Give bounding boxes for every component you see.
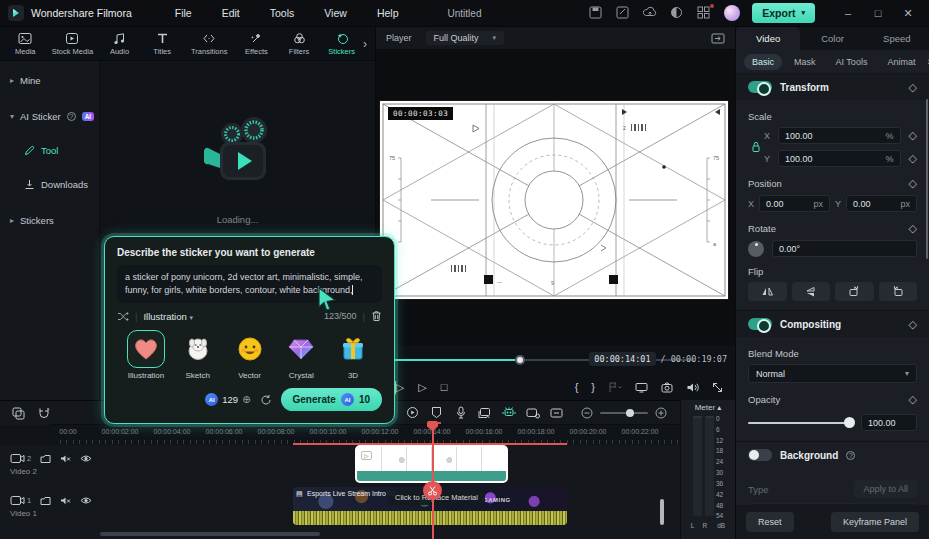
tab-filters[interactable]: Filters	[278, 32, 321, 56]
menu-item[interactable]: Tools	[255, 7, 310, 19]
save-icon[interactable]	[589, 6, 604, 21]
screen-record-icon[interactable]	[525, 405, 540, 420]
refresh-icon[interactable]	[260, 394, 272, 406]
cloud-upload-icon[interactable]	[643, 6, 658, 21]
voiceover-mic-icon[interactable]	[453, 405, 468, 420]
keyframe-icon[interactable]: ◇	[909, 152, 917, 165]
mirror-display-icon[interactable]	[635, 382, 648, 393]
fullscreen-icon[interactable]	[712, 382, 723, 393]
sidebar-item-ai-sticker[interactable]: ▾ AI Sticker ? AI	[0, 103, 99, 129]
menu-item[interactable]: View	[309, 7, 362, 19]
menu-item[interactable]: Edit	[207, 7, 255, 19]
keyframe-icon[interactable]: ◇	[909, 318, 917, 331]
trash-icon[interactable]	[371, 310, 382, 322]
mark-in-icon[interactable]: {	[575, 381, 579, 393]
style-option-3d[interactable]: 3D	[328, 330, 378, 380]
track-mute-icon[interactable]	[60, 454, 71, 464]
close-button[interactable]: ✕	[895, 7, 921, 20]
generate-button[interactable]: Generate AI 10	[281, 388, 382, 411]
timeline-ruler[interactable]: 00:0000:00:02:0000:00:04:0000:00:06:0000…	[0, 425, 735, 445]
style-option-sketch[interactable]: Sketch	[173, 330, 223, 380]
marker-flag-icon[interactable]	[608, 382, 622, 393]
prompt-textarea[interactable]: a sticker of pony unicorn, 2d vector art…	[117, 265, 382, 303]
tab-audio[interactable]: Audio	[98, 32, 141, 56]
sidebar-item-downloads[interactable]: Downloads	[0, 171, 99, 197]
tab-color[interactable]: Color	[800, 27, 864, 50]
keyframe-icon[interactable]: ◇	[909, 177, 917, 190]
position-y-input[interactable]: 0.00px	[846, 195, 917, 212]
detach-window-icon[interactable]	[711, 33, 725, 44]
rotate-cw-button[interactable]	[835, 282, 874, 301]
style-option-vector[interactable]: Vector	[225, 330, 275, 380]
rotate-input[interactable]: 0.00°	[772, 240, 917, 257]
manage-tracks-icon[interactable]	[12, 407, 25, 420]
magnet-icon[interactable]	[38, 407, 50, 420]
tab-effects[interactable]: Effects	[235, 32, 278, 56]
save-as-icon[interactable]	[616, 6, 631, 21]
sidebar-item-mine[interactable]: ▸ Mine	[0, 67, 99, 93]
opacity-slider[interactable]	[748, 422, 853, 424]
tab-video[interactable]: Video	[736, 27, 800, 50]
maximize-button[interactable]: □	[865, 7, 891, 19]
style-dropdown[interactable]: Illustration ▾	[143, 311, 192, 322]
apply-to-all-button[interactable]: Apply to All	[854, 480, 917, 498]
track-lock-icon[interactable]	[40, 454, 51, 464]
menu-item[interactable]: Help	[362, 7, 414, 19]
seek-handle[interactable]	[515, 355, 525, 365]
mark-out-icon[interactable]: }	[591, 381, 595, 393]
scale-x-input[interactable]: 100.00%	[778, 127, 901, 144]
minimize-button[interactable]: –	[835, 7, 861, 19]
subtab-mask[interactable]: Mask	[786, 54, 824, 70]
position-x-input[interactable]: 0.00px	[759, 195, 830, 212]
sidebar-item-stickers[interactable]: ▸ Stickers	[0, 207, 99, 233]
timeline-zoom-slider[interactable]	[600, 412, 648, 414]
tab-stock-media[interactable]: Stock Media	[47, 32, 99, 56]
keyframe-icon[interactable]: ◇	[909, 222, 917, 235]
style-option-illustration[interactable]: Illustration	[121, 330, 171, 380]
track-visibility-icon[interactable]	[80, 454, 92, 463]
background-toggle[interactable]	[748, 449, 772, 461]
split-scissors-button[interactable]	[423, 481, 442, 500]
tab-titles[interactable]: Titles	[141, 32, 184, 56]
track-visibility-icon[interactable]	[80, 496, 92, 505]
timeline-vertical-scrollbar[interactable]	[660, 499, 664, 525]
scale-y-input[interactable]: 100.00%	[778, 150, 901, 167]
stop-icon[interactable]: □	[441, 381, 448, 393]
zoom-out-icon[interactable]	[581, 407, 593, 419]
tab-media[interactable]: Media	[4, 32, 47, 56]
tab-speed[interactable]: Speed	[865, 27, 929, 50]
subtab-animation[interactable]: Animat	[879, 54, 923, 70]
subtab-basic[interactable]: Basic	[744, 54, 782, 70]
style-option-crystal[interactable]: Crystal	[276, 330, 326, 380]
user-avatar[interactable]	[724, 5, 740, 21]
track-lock-icon[interactable]	[40, 496, 51, 506]
sidebar-item-tool[interactable]: Tool	[0, 137, 99, 163]
compositing-toggle[interactable]	[748, 318, 772, 330]
toolbar-more-icon[interactable]: ›	[363, 37, 375, 51]
snapshot-layers-icon[interactable]	[477, 405, 492, 420]
blend-mode-select[interactable]: Normal▾	[748, 364, 917, 383]
flip-vertical-button[interactable]	[792, 282, 831, 301]
transform-toggle[interactable]	[748, 81, 772, 93]
volume-icon[interactable]	[686, 382, 699, 393]
zoom-in-icon[interactable]	[655, 407, 667, 419]
reset-button[interactable]: Reset	[746, 512, 794, 532]
shuffle-icon[interactable]	[117, 311, 129, 322]
quality-dropdown[interactable]: Full Quality▾	[426, 31, 505, 45]
play-icon[interactable]: ▷	[418, 381, 426, 394]
add-credits-icon[interactable]: ⊕	[242, 394, 250, 405]
export-button[interactable]: Export▾	[752, 3, 815, 23]
render-preview-icon[interactable]	[405, 405, 420, 420]
ai-tools-icon[interactable]	[501, 405, 516, 420]
timeline-horizontal-scrollbar[interactable]	[100, 532, 320, 536]
apps-grid-icon[interactable]	[697, 6, 712, 21]
zoom-slider-handle[interactable]	[626, 409, 634, 417]
notifications-icon[interactable]	[670, 6, 685, 21]
shortcut-icon[interactable]	[549, 405, 564, 420]
snapshot-icon[interactable]	[661, 382, 673, 393]
tab-transitions[interactable]: Transitions	[183, 32, 235, 56]
keyframe-icon[interactable]: ◇	[909, 393, 917, 406]
keyframe-panel-button[interactable]: Keyframe Panel	[831, 512, 919, 532]
keyframe-icon[interactable]: ◇	[909, 81, 917, 94]
rotate-ccw-button[interactable]	[879, 282, 918, 301]
